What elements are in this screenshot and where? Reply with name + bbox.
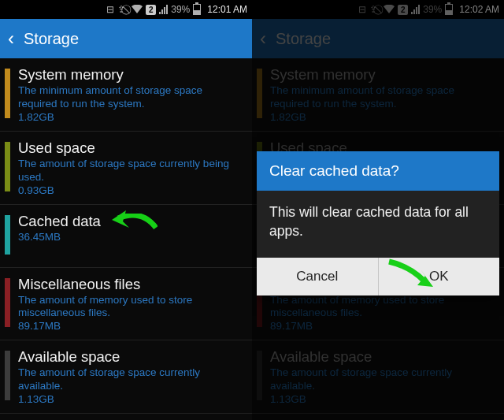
- phone-right: ⊟ ⇪ ⃠ 2 39% 12:02 AM ‹ Storage System me…: [252, 0, 504, 420]
- item-size: 36.45MB: [18, 231, 243, 243]
- usb-icon: ⊟: [358, 4, 366, 15]
- signal-icon: [159, 5, 168, 14]
- title-bar: ‹ Storage: [252, 19, 504, 58]
- item-title: Miscellaneous files: [18, 276, 243, 293]
- item-desc: The minimum amount of storage space requ…: [270, 84, 495, 111]
- page-title: Storage: [276, 30, 331, 48]
- clear-cache-dialog: Clear cached data? This will clear cache…: [257, 151, 499, 295]
- status-bar: ⊟ ⇪ ⃠ 2 39% 12:01 AM: [0, 0, 252, 19]
- item-size: 0.93GB: [18, 184, 243, 196]
- item-size: 1.82GB: [270, 111, 495, 123]
- swatch-icon: [5, 351, 10, 400]
- item-size: 1.13GB: [270, 393, 495, 405]
- item-system-memory[interactable]: System memory The minimum amount of stor…: [0, 58, 252, 132]
- wifi-icon: [384, 5, 395, 17]
- item-misc-files[interactable]: Miscellaneous files The amount of memory…: [0, 268, 252, 341]
- back-icon[interactable]: ‹: [8, 29, 14, 48]
- item-used-space[interactable]: Used space The amount of storage space c…: [0, 132, 252, 205]
- swatch-icon: [257, 351, 262, 400]
- item-desc: The amount of memory used to store misce…: [18, 294, 243, 321]
- item-cached-data[interactable]: Cached data 36.45MB: [0, 205, 252, 268]
- battery-icon: [445, 4, 453, 15]
- item-system-memory: System memory The minimum amount of stor…: [252, 58, 504, 132]
- swatch-icon: [5, 215, 10, 255]
- item-title: System memory: [270, 66, 495, 84]
- battery-icon: [193, 4, 201, 15]
- item-size: 1.82GB: [18, 111, 243, 123]
- ok-button[interactable]: OK: [378, 258, 500, 295]
- item-size: 89.17MB: [270, 320, 495, 332]
- swatch-icon: [5, 142, 10, 191]
- item-desc: The amount of storage space currently av…: [270, 366, 495, 393]
- clock: 12:02 AM: [459, 4, 499, 15]
- upload-icon: ⇪: [369, 4, 377, 15]
- item-desc: The amount of storage space currently be…: [18, 158, 243, 184]
- phone-left: ⊟ ⇪ ⃠ 2 39% 12:01 AM ‹ Storage System me…: [0, 0, 252, 420]
- swatch-icon: [257, 69, 262, 118]
- signal-icon: [411, 5, 420, 14]
- back-icon[interactable]: ‹: [260, 29, 266, 48]
- cancel-button[interactable]: Cancel: [257, 258, 378, 295]
- sim-indicator: 2: [398, 5, 408, 15]
- item-title: System memory: [18, 66, 243, 84]
- page-title: Storage: [24, 30, 79, 48]
- clock: 12:01 AM: [207, 4, 247, 15]
- item-available-space[interactable]: Available space The amount of storage sp…: [0, 340, 252, 414]
- usb-icon: ⊟: [106, 4, 114, 15]
- wifi-icon: [132, 5, 143, 17]
- item-title: Cached data: [18, 213, 243, 230]
- storage-list: System memory The minimum amount of stor…: [0, 58, 252, 414]
- item-desc: The amount of memory used to store misce…: [270, 294, 495, 321]
- dialog-body: This will clear cached data for all apps…: [257, 191, 499, 258]
- battery-percent: 39%: [171, 4, 190, 15]
- item-title: Used space: [18, 139, 243, 157]
- item-title: Available space: [18, 348, 243, 366]
- dialog-title: Clear cached data?: [257, 151, 499, 191]
- battery-percent: 39%: [423, 4, 442, 15]
- title-bar: ‹ Storage: [0, 19, 252, 58]
- item-title: Available space: [270, 348, 495, 366]
- swatch-icon: [5, 278, 10, 328]
- item-desc: The minimum amount of storage space requ…: [18, 84, 243, 111]
- sim-indicator: 2: [146, 5, 156, 15]
- upload-icon: ⇪: [117, 4, 125, 15]
- dialog-actions: Cancel OK: [257, 258, 499, 295]
- item-size: 1.13GB: [18, 393, 243, 405]
- swatch-icon: [5, 69, 10, 118]
- status-bar: ⊟ ⇪ ⃠ 2 39% 12:02 AM: [252, 0, 504, 19]
- item-desc: The amount of storage space currently av…: [18, 366, 243, 393]
- item-available-space: Available space The amount of storage sp…: [252, 340, 504, 414]
- item-size: 89.17MB: [18, 320, 243, 332]
